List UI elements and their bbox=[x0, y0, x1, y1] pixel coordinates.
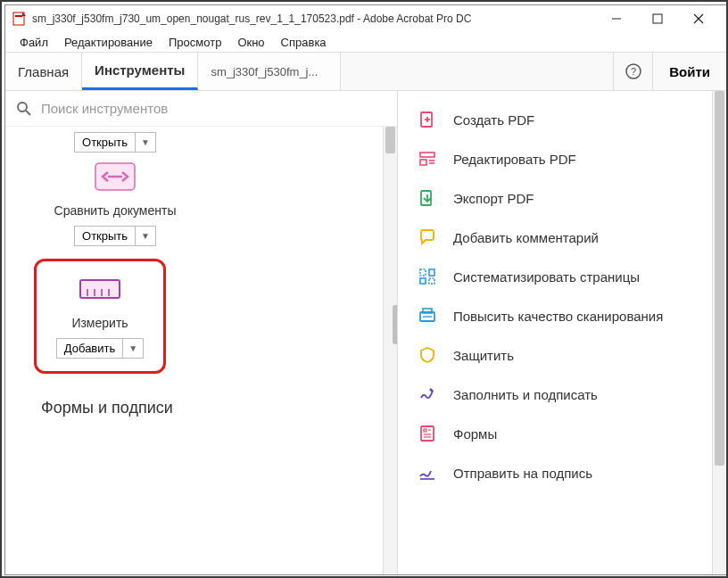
pdf-app-icon bbox=[12, 12, 27, 26]
right-item-label: Защитить bbox=[453, 348, 726, 363]
maximize-button[interactable] bbox=[637, 5, 678, 32]
svg-rect-21 bbox=[420, 160, 426, 165]
comment-icon bbox=[418, 227, 437, 247]
right-item-organize[interactable]: Систематизировать страницы bbox=[398, 257, 726, 296]
svg-rect-20 bbox=[420, 153, 434, 157]
right-item-label: Повысить качество сканирования bbox=[453, 309, 726, 324]
tool-measure-dropdown[interactable]: Добавить ▼ bbox=[56, 338, 144, 359]
tools-panel: Открыть ▼ Сравнить документы Открыть ▼ bbox=[5, 91, 398, 574]
menu-view[interactable]: Просмотр bbox=[163, 34, 227, 51]
close-button[interactable] bbox=[678, 5, 719, 32]
chevron-down-icon: ▼ bbox=[136, 135, 155, 150]
right-item-label: Систематизировать страницы bbox=[453, 269, 726, 285]
right-item-send-sign[interactable]: Отправить на подпись bbox=[398, 453, 726, 492]
scrollbar-thumb[interactable] bbox=[385, 127, 395, 153]
titlebar: sm_j330f_j530fm_j730_um_open_nougat_rus_… bbox=[5, 5, 726, 32]
right-item-comment[interactable]: Добавить комментарий bbox=[398, 218, 726, 257]
right-item-create-pdf[interactable]: Создать PDF bbox=[398, 100, 726, 139]
right-item-label: Формы bbox=[453, 426, 726, 442]
help-icon: ? bbox=[625, 62, 642, 80]
right-item-label: Добавить комментарий bbox=[453, 230, 726, 245]
shield-icon bbox=[418, 345, 437, 365]
search-icon bbox=[16, 101, 36, 117]
svg-rect-33 bbox=[424, 429, 426, 432]
chevron-down-icon: ▼ bbox=[123, 341, 143, 356]
svg-line-9 bbox=[26, 111, 30, 115]
tool-card-compare[interactable]: Сравнить документы Открыть ▼ bbox=[48, 158, 182, 246]
help-button[interactable]: ? bbox=[613, 53, 652, 90]
menu-window[interactable]: Окно bbox=[232, 34, 269, 51]
sign-icon bbox=[418, 384, 437, 404]
svg-rect-30 bbox=[423, 309, 432, 313]
tool-measure-label: Измерить bbox=[42, 315, 158, 331]
menu-file[interactable]: Файл bbox=[14, 34, 54, 51]
tool-compare-label: Сравнить документы bbox=[48, 202, 182, 219]
right-item-forms[interactable]: Формы bbox=[398, 414, 726, 453]
menubar: Файл Редактирование Просмотр Окно Справк… bbox=[5, 32, 726, 52]
right-item-label: Заполнить и подписать bbox=[453, 387, 726, 402]
tool-search-input[interactable] bbox=[36, 97, 386, 120]
tool-card-prev: Открыть ▼ bbox=[48, 132, 182, 153]
svg-rect-12 bbox=[80, 280, 120, 298]
ruler-icon bbox=[75, 270, 125, 308]
tool-card-measure[interactable]: Измерить Добавить ▼ bbox=[42, 270, 158, 359]
forms-icon bbox=[418, 424, 437, 443]
export-pdf-icon bbox=[418, 188, 437, 208]
tool-compare-dropdown[interactable]: Открыть ▼ bbox=[74, 226, 156, 246]
tool-open-dropdown[interactable]: Открыть ▼ bbox=[74, 132, 156, 153]
right-item-label: Экспорт PDF bbox=[453, 191, 726, 206]
scan-icon bbox=[418, 306, 437, 326]
chevron-down-icon: ▼ bbox=[136, 228, 155, 244]
tab-spacer bbox=[341, 53, 613, 90]
edit-pdf-icon bbox=[418, 149, 437, 169]
svg-rect-3 bbox=[653, 14, 662, 23]
svg-rect-25 bbox=[420, 269, 426, 276]
menu-help[interactable]: Справка bbox=[276, 34, 332, 51]
login-button[interactable]: Войти bbox=[652, 53, 726, 90]
right-item-protect[interactable]: Защитить bbox=[398, 335, 726, 375]
right-item-label: Отправить на подпись bbox=[453, 466, 726, 481]
right-item-edit-pdf[interactable]: Редактировать PDF bbox=[398, 139, 726, 178]
left-scrollbar[interactable] bbox=[383, 127, 397, 574]
svg-rect-26 bbox=[429, 269, 434, 276]
right-item-label: Создать PDF bbox=[453, 112, 726, 128]
right-item-scan[interactable]: Повысить качество сканирования bbox=[398, 296, 726, 335]
tool-card-measure-highlighted: Измерить Добавить ▼ bbox=[34, 259, 166, 374]
compare-icon bbox=[90, 158, 140, 195]
minimize-button[interactable] bbox=[596, 5, 637, 32]
right-item-export-pdf[interactable]: Экспорт PDF bbox=[398, 178, 726, 218]
tool-compare-btn-label: Открыть bbox=[75, 227, 136, 245]
svg-rect-32 bbox=[421, 426, 434, 441]
organize-icon bbox=[418, 267, 437, 286]
tab-tools[interactable]: Инструменты bbox=[82, 53, 198, 90]
tool-open-label: Открыть bbox=[75, 133, 136, 152]
tab-document[interactable]: sm_j330f_j530fm_j... bbox=[198, 53, 341, 90]
send-sign-icon bbox=[418, 463, 437, 483]
section-title: Формы и подписи bbox=[5, 390, 397, 417]
right-scrollbar[interactable] bbox=[712, 91, 726, 574]
tool-measure-btn-label: Добавить bbox=[57, 339, 123, 358]
right-item-fill-sign[interactable]: Заполнить и подписать bbox=[398, 375, 726, 414]
scrollbar-thumb[interactable] bbox=[715, 91, 724, 466]
svg-text:?: ? bbox=[631, 66, 636, 77]
right-item-label: Редактировать PDF bbox=[453, 152, 726, 167]
window-title: sm_j330f_j530fm_j730_um_open_nougat_rus_… bbox=[32, 12, 596, 25]
tool-search-row bbox=[5, 91, 397, 127]
svg-rect-24 bbox=[421, 191, 431, 205]
svg-rect-1 bbox=[15, 15, 22, 17]
svg-point-8 bbox=[18, 103, 27, 111]
tabbar: Главная Инструменты sm_j330f_j530fm_j...… bbox=[5, 52, 726, 91]
pane-resize-grip[interactable] bbox=[393, 305, 397, 344]
svg-rect-28 bbox=[429, 278, 434, 284]
svg-rect-27 bbox=[420, 278, 426, 284]
tab-home[interactable]: Главная bbox=[5, 53, 82, 90]
right-panel: Создать PDF Редактировать PDF Экспорт PD… bbox=[398, 91, 726, 574]
menu-edit[interactable]: Редактирование bbox=[59, 34, 158, 51]
create-pdf-icon bbox=[418, 110, 437, 129]
tools-area: Открыть ▼ Сравнить документы Открыть ▼ bbox=[5, 127, 397, 574]
